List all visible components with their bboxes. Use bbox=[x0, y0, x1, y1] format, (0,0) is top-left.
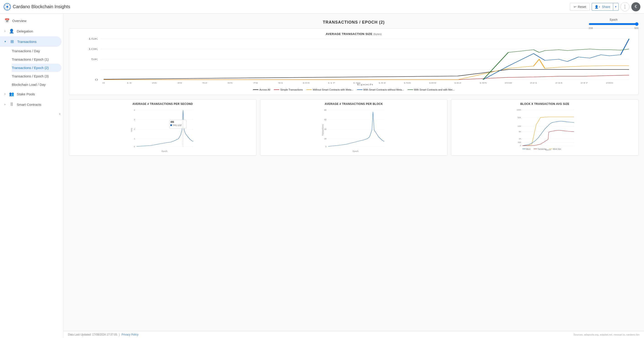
svg-point-7 bbox=[9, 8, 10, 9]
svg-text:60: 60 bbox=[324, 118, 326, 121]
share-button[interactable]: 👤+ Share bbox=[592, 3, 613, 11]
footer: Data Last Updated: 17/08/2024 17:37:05 |… bbox=[64, 331, 644, 338]
epoch-max-tick: 500 bbox=[634, 27, 638, 30]
sidebar: 📅 Overview › 👤 Delegation ▾ ⊞ Transactio… bbox=[0, 14, 64, 338]
epoch-slider-wrap: Epoch 208 500 bbox=[589, 18, 638, 30]
block-size-svg: 100K 50K 10K 5K 1K 500 0 bbox=[454, 107, 636, 153]
svg-text:78: 78 bbox=[253, 82, 258, 84]
bottom-charts-row: AVERAGE # TRANSACTIONS PER SECOND 4 3 2 … bbox=[69, 99, 638, 156]
avg-tx-size-chart-section: AVERAGE TRANSACTION SIZE (bytes) 15K 10K bbox=[69, 28, 638, 95]
person-icon: 👤 bbox=[9, 29, 14, 34]
svg-text:1: 1 bbox=[134, 137, 135, 140]
calendar-icon: 📅 bbox=[4, 18, 10, 23]
sidebar-item-tx-epoch-2[interactable]: Transactions / Epoch (2) bbox=[12, 64, 62, 72]
svg-text:234: 234 bbox=[555, 82, 562, 84]
svg-text:208: 208 bbox=[504, 82, 512, 84]
svg-text:195: 195 bbox=[479, 82, 487, 84]
block-size-chart-box: BLOCK X TRANSACTION AVG SIZE 100K 50K 10… bbox=[451, 99, 638, 156]
svg-text:4: 4 bbox=[134, 109, 135, 111]
legend-simple-tx: Simple Transactions bbox=[274, 88, 302, 91]
svg-text:5K: 5K bbox=[519, 130, 521, 133]
sidebar-item-smart-contracts[interactable]: › ⠿ Smart Contracts bbox=[0, 99, 62, 110]
expand-icon: › bbox=[4, 92, 6, 96]
privacy-policy-link[interactable]: Privacy Policy bbox=[122, 333, 138, 336]
epoch-label: Epoch bbox=[610, 18, 618, 21]
sidebar-collapse-button[interactable]: ‹ bbox=[59, 111, 60, 116]
svg-text:0: 0 bbox=[102, 82, 105, 84]
svg-text:20: 20 bbox=[324, 137, 326, 140]
group-icon: 👥 bbox=[9, 91, 14, 96]
sources-text: Sources: adapools.org, adastat.net, mess… bbox=[574, 333, 640, 336]
sidebar-item-overview[interactable]: 📅 Overview bbox=[0, 16, 62, 26]
avg-tx-size-chart-title: AVERAGE TRANSACTION SIZE (bytes) bbox=[73, 32, 635, 36]
svg-text:500: 500 bbox=[518, 141, 521, 143]
dots-icon: ⠿ bbox=[9, 102, 14, 107]
main-inner: Epoch 208 500 TRANSACTIONS / EPOCH (2) A… bbox=[64, 14, 644, 169]
tpb-chart-area: 80 60 40 20 0 Transactions bbox=[263, 107, 444, 153]
expand-icon: › bbox=[4, 103, 6, 106]
svg-text:Transactions: Transactions bbox=[322, 124, 324, 136]
epoch-slider[interactable] bbox=[589, 22, 638, 26]
sidebar-item-tx-epoch-3[interactable]: Transactions / Epoch (3) bbox=[12, 72, 62, 80]
reset-icon: ↩ bbox=[574, 5, 576, 9]
main-content: Epoch 208 500 TRANSACTIONS / EPOCH (2) A… bbox=[64, 14, 644, 338]
svg-text:50K: 50K bbox=[518, 116, 521, 119]
sidebar-item-tx-day[interactable]: Transactions / Day bbox=[12, 47, 62, 55]
svg-point-6 bbox=[5, 8, 6, 9]
svg-text:10K: 10K bbox=[518, 125, 521, 127]
sidebar-item-blockchain-load[interactable]: Blockchain Load / Day bbox=[12, 80, 62, 89]
svg-text:10K: 10K bbox=[88, 48, 98, 50]
user-avatar[interactable]: € bbox=[631, 2, 640, 11]
transactions-submenu: Transactions / Day Transactions / Epoch … bbox=[0, 47, 63, 89]
svg-text:3: 3 bbox=[134, 118, 135, 121]
svg-point-2 bbox=[7, 4, 8, 5]
svg-text:40: 40 bbox=[324, 128, 326, 130]
sidebar-item-transactions[interactable]: ▾ ⊞ Transactions bbox=[0, 36, 62, 47]
share-caret-button[interactable]: ▾ bbox=[613, 3, 618, 11]
legend-line-across-all bbox=[253, 89, 258, 90]
avg-tx-size-svg: 15K 10K 5K 0 Epoch 0 13 26 39 52 65 78 bbox=[73, 37, 635, 86]
svg-text:2: 2 bbox=[134, 128, 135, 130]
sidebar-toggle: ‹ bbox=[0, 110, 63, 118]
sidebar-item-stake-pools[interactable]: › 👥 Stake Pools bbox=[0, 89, 62, 99]
more-options-button[interactable]: ⋮ bbox=[620, 2, 630, 11]
svg-text:221: 221 bbox=[530, 82, 537, 84]
app-title: Cardano Blockchain Insights bbox=[13, 4, 70, 9]
svg-text:39: 39 bbox=[177, 82, 182, 84]
sidebar-item-delegation[interactable]: › 👤 Delegation bbox=[0, 26, 62, 36]
sidebar-item-tx-epoch-1[interactable]: Transactions / Epoch (1) bbox=[12, 55, 62, 64]
svg-text:143: 143 bbox=[378, 82, 386, 84]
svg-point-4 bbox=[5, 5, 6, 6]
reset-button[interactable]: ↩ Reset bbox=[570, 3, 590, 11]
legend-line-with-sc-no-meta bbox=[357, 89, 362, 90]
body-wrapper: 📅 Overview › 👤 Delegation ▾ ⊞ Transactio… bbox=[0, 14, 644, 338]
legend-line-with-sc-meta bbox=[408, 89, 413, 90]
tps-chart-area: 4 3 2 1 0 TPS bbox=[72, 107, 254, 153]
legend-with-sc-no-meta: With Smart Contracts without Meta... bbox=[357, 88, 404, 91]
tpb-chart-box: AVERAGE # TRANSACTIONS PER BLOCK 80 60 4… bbox=[260, 99, 448, 156]
legend-line-simple bbox=[274, 89, 279, 90]
legend-with-sc-meta: With Smart Contracts and with Met... bbox=[408, 88, 454, 91]
svg-text:156: 156 bbox=[403, 82, 411, 84]
main-chart-legend: Across All Simple Transactions Without S… bbox=[73, 88, 635, 91]
svg-point-5 bbox=[9, 5, 10, 6]
svg-point-1 bbox=[6, 6, 8, 8]
block-size-chart-title: BLOCK X TRANSACTION AVG SIZE bbox=[454, 102, 636, 106]
app-logo: Cardano Blockchain Insights bbox=[4, 3, 570, 11]
svg-text:13: 13 bbox=[126, 82, 132, 84]
svg-text:65: 65 bbox=[228, 82, 232, 84]
avg-tx-size-chart-area: 15K 10K 5K 0 Epoch 0 13 26 39 52 65 78 bbox=[73, 37, 635, 86]
svg-text:0: 0 bbox=[134, 145, 135, 148]
svg-text:104: 104 bbox=[302, 82, 310, 84]
svg-text:TPS: 0.57: TPS: 0.57 bbox=[173, 124, 182, 126]
svg-text:486: 486 bbox=[170, 121, 174, 123]
svg-text:TPS: TPS bbox=[130, 128, 133, 132]
svg-text:80: 80 bbox=[324, 109, 326, 111]
share-button-group: 👤+ Share ▾ bbox=[592, 3, 618, 11]
tps-svg: 4 3 2 1 0 TPS bbox=[72, 107, 254, 153]
svg-text:91: 91 bbox=[278, 82, 283, 84]
svg-text:5K: 5K bbox=[91, 58, 98, 61]
epoch-min-tick: 208 bbox=[589, 27, 593, 30]
svg-text:Transaction: Transaction bbox=[538, 148, 546, 150]
svg-text:182: 182 bbox=[454, 82, 462, 84]
